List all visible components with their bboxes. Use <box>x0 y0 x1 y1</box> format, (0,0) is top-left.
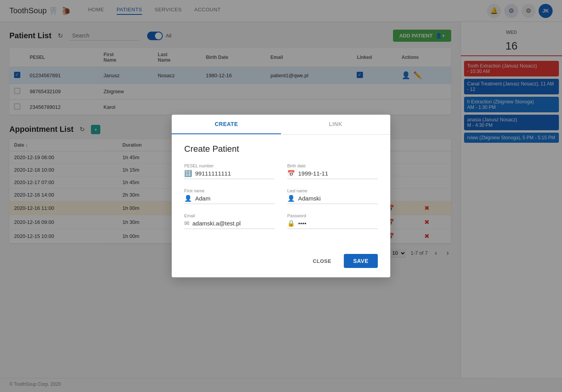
form-row-2: First name 👤 Last name 👤 <box>184 188 378 204</box>
last-name-input[interactable] <box>298 195 378 202</box>
password-label: Password <box>287 213 378 218</box>
birth-label: Birth date <box>287 163 378 168</box>
first-name-field: First name 👤 <box>184 188 275 204</box>
last-name-field: Last name 👤 <box>287 188 378 204</box>
email-field: Email ✉ <box>184 213 275 229</box>
modal: CREATE LINK Create Patient PESEL number … <box>172 115 390 277</box>
pesel-icon: 🔢 <box>184 170 192 177</box>
modal-title: Create Patient <box>184 144 378 154</box>
last-field-inner: 👤 <box>287 195 378 204</box>
first-label: First name <box>184 188 275 193</box>
birth-field: Birth date 📅 <box>287 163 378 179</box>
lock-icon: 🔒 <box>287 220 295 227</box>
pesel-field: PESEL number 🔢 <box>184 163 275 179</box>
pesel-input[interactable] <box>195 170 275 177</box>
person-icon: 👤 <box>184 195 192 202</box>
email-label: Email <box>184 213 275 218</box>
form-row-3: Email ✉ Password 🔒 <box>184 213 378 229</box>
save-button[interactable]: SAVE <box>344 254 378 268</box>
modal-tabs: CREATE LINK <box>172 115 390 135</box>
first-field-inner: 👤 <box>184 195 275 204</box>
email-icon: ✉ <box>184 220 189 227</box>
calendar-icon: 📅 <box>287 170 295 177</box>
first-name-input[interactable] <box>195 195 275 202</box>
close-button[interactable]: CLOSE <box>307 255 338 267</box>
modal-actions: CLOSE SAVE <box>172 248 390 277</box>
password-field-inner: 🔒 <box>287 220 378 229</box>
last-label: Last name <box>287 188 378 193</box>
tab-link[interactable]: LINK <box>281 115 390 134</box>
password-field: Password 🔒 <box>287 213 378 229</box>
email-field-inner: ✉ <box>184 220 275 229</box>
birth-input[interactable] <box>298 170 378 177</box>
password-input[interactable] <box>298 220 378 227</box>
person2-icon: 👤 <box>287 195 295 202</box>
pesel-label: PESEL number <box>184 163 275 168</box>
tab-create[interactable]: CREATE <box>172 115 281 134</box>
form-row-1: PESEL number 🔢 Birth date 📅 <box>184 163 378 179</box>
birth-field-inner: 📅 <box>287 170 378 179</box>
modal-body: Create Patient PESEL number 🔢 Birth date… <box>172 135 390 248</box>
email-input[interactable] <box>192 220 275 227</box>
modal-overlay[interactable]: CREATE LINK Create Patient PESEL number … <box>0 0 562 390</box>
pesel-field-inner: 🔢 <box>184 170 275 179</box>
